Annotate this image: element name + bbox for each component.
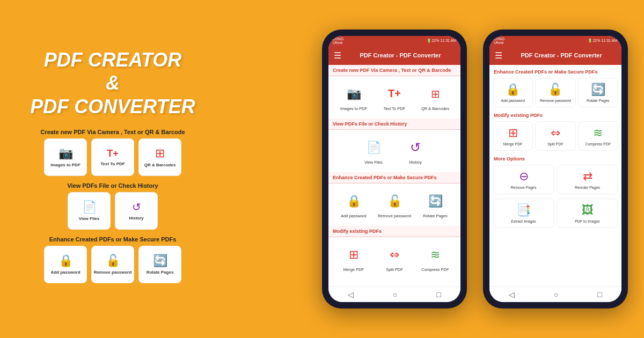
lock-icon: 🔒 [58, 254, 73, 268]
right-recent-btn[interactable]: □ [597, 290, 602, 299]
right-reorder-pages-icon: ⇄ [583, 170, 592, 183]
left-merge-icon: ⊞ [349, 248, 358, 262]
left-view-section: View PDFs File or Check History 📄 View F… [328, 119, 460, 171]
phone-left: ZONGUfone 🔋22% 11:31 AM ☰ PDF Creator - … [322, 30, 467, 308]
left-lock-icon: 🔒 [347, 194, 361, 208]
left-history-icon: ↺ [410, 140, 421, 155]
left-card-text-to-pdf[interactable]: T+ Text To PDF [91, 138, 134, 176]
left-card-view-files[interactable]: 📄 View Files [68, 192, 111, 230]
right-pdf-to-images[interactable]: 🖼 PDF to Images [557, 199, 618, 228]
right-merge-label: Merge PDF [503, 142, 523, 146]
right-lock-icon: 🔒 [506, 83, 520, 97]
left-view-files[interactable]: 📄 View Files [354, 133, 393, 168]
phone-left-screen: ZONGUfone 🔋22% 11:31 AM ☰ PDF Creator - … [328, 36, 460, 302]
right-remove-pw-label: Remove password [540, 99, 571, 102]
left-history-label: History [409, 160, 421, 165]
left-text-icon: T+ [388, 87, 401, 100]
left-enhance-section: Enhance Created PDFs or Make Secure PDFs… [328, 172, 460, 225]
left-screen-content: Create new PDF Via Camera , Text or QR &… [328, 65, 460, 286]
right-enhance-grid: 🔒 Add password 🔓 Remove password 🔄 Rotat… [489, 77, 621, 111]
left-label-add-pw: Add password [50, 270, 80, 275]
right-rotate-pages[interactable]: 🔄 Rotate Pages [578, 78, 618, 107]
right-more-row1: ⊖ Remove Pages ⇄ Reorder Pages [489, 164, 621, 197]
left-card-remove-password[interactable]: 🔓 Remove password [91, 246, 134, 283]
qr-icon: ⊞ [155, 146, 165, 160]
rotate-icon: 🔄 [153, 254, 167, 268]
left-history[interactable]: ↺ History [396, 133, 435, 168]
left-images-to-pdf[interactable]: 📷 Images to PDF [334, 79, 373, 114]
left-images-label: Images to PDF [340, 106, 367, 111]
unlock-icon: 🔓 [106, 254, 120, 268]
left-create-grid: 📷 Images to PDF T+ Text To PDF ⊞ QR & Ba… [328, 76, 460, 117]
left-create-header: Create new PDF Via Camera , Text or QR &… [328, 65, 460, 76]
right-pdf-images-label: PDF to Images [575, 219, 600, 223]
right-extract-images[interactable]: 📑 Extract Images [493, 199, 554, 228]
right-more-label: More Options [489, 154, 621, 164]
left-home-btn[interactable]: ○ [393, 290, 397, 299]
left-compress-label: Compress PDF [421, 267, 449, 272]
left-modify-section: Modify existing PDFs ⊞ Merge PDF ⇔ Split… [328, 226, 460, 278]
right-extract-label: Extract Images [511, 219, 536, 223]
left-add-pw-label: Add password [341, 214, 367, 218]
right-add-pw-label: Add password [501, 99, 524, 102]
left-grid-2: 📄 View Files ↺ History [16, 192, 209, 230]
left-back-btn[interactable]: ◁ [348, 290, 354, 299]
right-unlock-icon: 🔓 [548, 83, 562, 97]
left-remove-password[interactable]: 🔓 Remove password [375, 187, 414, 222]
right-rotate-label: Rotate Pages [587, 99, 609, 102]
right-split-label: Split PDF [547, 142, 564, 146]
left-card-rotate[interactable]: 🔄 Rotate Pages [138, 246, 181, 283]
right-reorder-pages-label: Reorder Pages [575, 186, 600, 189]
left-qr-label: QR & Barcodes [421, 106, 449, 111]
right-compress-label: Compress PDF [585, 142, 611, 146]
left-enhance-header: Enhance Created PDFs or Make Secure PDFs [328, 172, 460, 183]
left-card-images-to-pdf[interactable]: 📷 Images to PDF [44, 138, 87, 176]
left-rotate-label: Rotate Pages [423, 214, 447, 218]
right-merge-pdf[interactable]: ⊞ Merge PDF [493, 121, 533, 151]
left-split-pdf[interactable]: ⇔ Split PDF [375, 240, 414, 275]
left-label-qr: QR & Barcodes [144, 163, 176, 167]
right-split-pdf[interactable]: ⇔ Split PDF [535, 121, 575, 151]
left-qr-barcodes[interactable]: ⊞ QR & Barcodes [416, 79, 455, 114]
left-label-view: View Files [79, 216, 100, 221]
left-card-qr[interactable]: ⊞ QR & Barcodes [138, 138, 181, 176]
left-label-images: Images to PDF [50, 163, 80, 167]
right-add-password[interactable]: 🔒 Add password [493, 78, 533, 107]
phones-container: ZONGUfone 🔋22% 11:31 AM ☰ PDF Creator - … [322, 30, 628, 308]
page-wrapper: PDF CREATOR & PDF CONVERTER Create new P… [0, 0, 644, 338]
left-menu-icon[interactable]: ☰ [334, 50, 341, 61]
right-compress-pdf[interactable]: ≋ Compress PDF [578, 121, 618, 151]
left-card-add-password[interactable]: 🔒 Add password [44, 246, 87, 283]
right-remove-pages-label: Remove Pages [511, 186, 537, 189]
right-remove-password[interactable]: 🔓 Remove password [535, 78, 575, 107]
left-label-text: Text To PDF [100, 161, 125, 166]
right-home-btn[interactable]: ○ [554, 290, 558, 299]
left-label-remove-pw: Remove password [94, 270, 132, 275]
left-split-icon: ⇔ [390, 248, 399, 262]
phone-right: ZONGUfone 🔋22% 11:31 AM ☰ PDF Creator - … [483, 30, 628, 308]
left-merge-pdf[interactable]: ⊞ Merge PDF [334, 240, 373, 275]
right-app-title: PDF Creator - PDF Converter [507, 52, 616, 58]
main-title: PDF CREATOR & PDF CONVERTER [16, 48, 209, 118]
left-recent-btn[interactable]: □ [436, 290, 441, 299]
left-text-label: Text To PDF [384, 106, 406, 111]
right-merge-icon: ⊞ [508, 126, 518, 140]
left-text-to-pdf[interactable]: T+ Text To PDF [375, 79, 414, 114]
right-screen-content: Enhance Created PDFs or Make Secure PDFs… [489, 65, 621, 286]
right-status-bar: ZONGUfone 🔋22% 11:31 AM [489, 36, 621, 46]
left-status-icons: 🔋22% 11:31 AM [427, 39, 456, 43]
left-add-password[interactable]: 🔒 Add password [334, 187, 373, 222]
right-reorder-pages[interactable]: ⇄ Reorder Pages [557, 165, 618, 194]
left-view-files-icon: 📄 [367, 141, 381, 155]
left-grid-1: 📷 Images to PDF T+ Text To PDF ⊞ QR & Ba… [16, 138, 209, 176]
right-back-btn[interactable]: ◁ [509, 290, 515, 299]
left-rotate-pages[interactable]: 🔄 Rotate Pages [416, 187, 455, 222]
left-compress-pdf[interactable]: ≋ Compress PDF [416, 240, 455, 275]
right-menu-icon[interactable]: ☰ [495, 50, 502, 61]
camera-icon: 📷 [58, 146, 73, 160]
left-grid-3: 🔒 Add password 🔓 Remove password 🔄 Rotat… [16, 246, 209, 283]
right-remove-pages[interactable]: ⊖ Remove Pages [493, 165, 554, 194]
left-section: PDF CREATOR & PDF CONVERTER Create new P… [16, 48, 209, 290]
left-card-history[interactable]: ↺ History [115, 192, 158, 230]
left-remove-pw-label: Remove password [378, 214, 411, 218]
